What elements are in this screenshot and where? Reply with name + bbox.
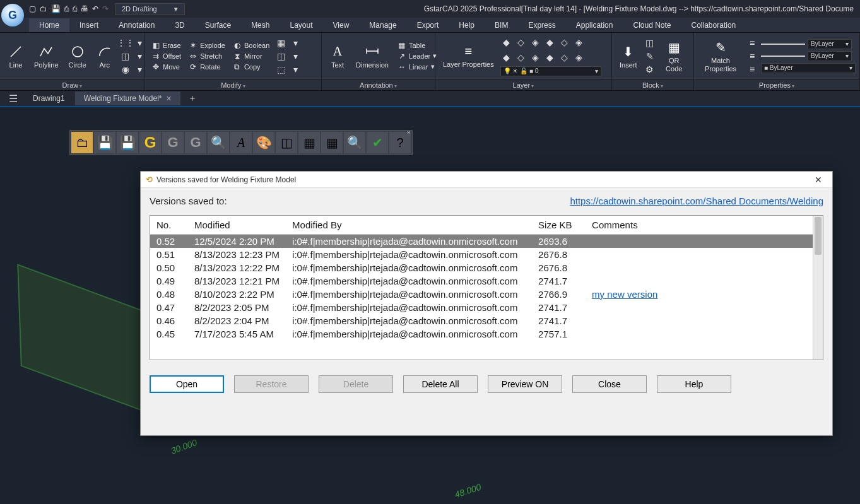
ft-zoom-icon[interactable]: 🔍 (208, 132, 229, 153)
mirror-button[interactable]: ⧗Mirror (230, 51, 272, 61)
menu-cloudnote[interactable]: Cloud Note (623, 18, 681, 32)
menu-3d[interactable]: 3D (165, 18, 194, 32)
mod-ic-1[interactable]: ▦ (274, 37, 287, 49)
version-row[interactable]: 0.468/2/2023 2:04 PMi:0#.f|membership|rt… (150, 314, 823, 327)
menu-layout[interactable]: Layout (280, 18, 322, 32)
menu-mesh[interactable]: Mesh (241, 18, 280, 32)
qat-preview-icon[interactable]: 🖶 (81, 4, 88, 13)
menu-insert[interactable]: Insert (69, 18, 109, 32)
move-button[interactable]: ✥Move (149, 62, 184, 72)
ft-layer-icon[interactable]: ◫ (276, 132, 297, 153)
draw-icon-2[interactable]: ▾ (134, 37, 146, 49)
layer-ic-12[interactable]: ◈ (573, 51, 586, 64)
polyline-button[interactable]: Polyline (30, 42, 62, 70)
tab-welding-fixture[interactable]: Welding Fixture Model*✕ (75, 91, 180, 105)
dialog-titlebar[interactable]: ⟲ Versions saved for Welding Fixture Mod… (141, 172, 832, 188)
mod-ic-5[interactable]: ⬚ (274, 63, 287, 76)
layer-ic-3[interactable]: ◈ (529, 36, 542, 49)
mod-ic-2[interactable]: ▾ (289, 37, 302, 49)
scrollbar-thumb[interactable] (815, 217, 822, 255)
layer-ic-4[interactable]: ◆ (544, 36, 557, 49)
menu-manage[interactable]: Manage (359, 18, 406, 32)
menu-help[interactable]: Help (449, 18, 485, 32)
qat-redo-icon[interactable]: ↷ (102, 4, 109, 13)
col-by[interactable]: Modified By (286, 216, 532, 235)
leader-button[interactable]: ↗Leader▾ (395, 51, 439, 61)
qr-button[interactable]: ▦QR Code (659, 38, 690, 73)
mod-ic-6[interactable]: ▾ (289, 63, 302, 76)
menu-export[interactable]: Export (407, 18, 449, 32)
panel-properties-title[interactable]: Properties (694, 79, 859, 90)
qat-open-icon[interactable]: 🗀 (40, 4, 47, 13)
layer-ic-7[interactable]: ◆ (500, 51, 513, 64)
dialog-close-button[interactable]: ✕ (810, 173, 827, 186)
version-row[interactable]: 0.488/10/2023 2:22 PMi:0#.f|membership|r… (150, 288, 823, 301)
comment-link[interactable]: my new version (592, 289, 657, 300)
offset-button[interactable]: ⇉Offset (149, 51, 184, 61)
erase-button[interactable]: ◧Erase (149, 40, 184, 50)
block-ic-3[interactable]: ⚙ (644, 63, 656, 76)
tab-close-icon[interactable]: ✕ (166, 95, 172, 103)
qat-save-icon[interactable]: 💾 (51, 4, 61, 13)
table-button[interactable]: ▦Table (395, 40, 439, 50)
ft-folder-icon[interactable]: 🗀 (71, 132, 93, 153)
color-selector[interactable]: ByLayer▾ (808, 39, 852, 49)
ft-saveall-icon[interactable]: 💾 (117, 132, 138, 153)
panel-block-title[interactable]: Block (612, 79, 693, 90)
layer-ic-11[interactable]: ◇ (558, 51, 571, 64)
col-no[interactable]: No. (150, 216, 188, 235)
layer-ic-10[interactable]: ◆ (544, 51, 557, 64)
layer-ic-9[interactable]: ◈ (529, 51, 542, 64)
prop-ic-2[interactable]: ≡ (746, 50, 758, 62)
line-button[interactable]: Line (4, 42, 28, 70)
app-logo[interactable]: G (1, 4, 24, 26)
col-comments[interactable]: Comments (586, 216, 823, 235)
ft-text-icon[interactable]: A (230, 132, 252, 153)
version-row[interactable]: 0.457/17/2023 5:45 AMi:0#.f|membership|r… (150, 327, 823, 341)
stretch-button[interactable]: ⇔Stretch (186, 51, 228, 61)
menu-view[interactable]: View (323, 18, 360, 32)
qat-saveas-icon[interactable]: ⎙ (64, 4, 69, 13)
draw-icon-5[interactable]: ◉ (119, 63, 132, 76)
panel-annotation-title[interactable]: Annotation (322, 79, 435, 90)
deleteall-button[interactable]: Delete All (403, 375, 478, 393)
tablist-menu-icon[interactable]: ☰ (4, 90, 23, 107)
ft-save-icon[interactable]: 💾 (94, 132, 115, 153)
menu-home[interactable]: Home (29, 18, 69, 32)
ft-close-icon[interactable]: × (407, 129, 413, 136)
menu-surface[interactable]: Surface (195, 18, 241, 32)
menu-collaboration[interactable]: Collaboration (681, 18, 746, 32)
ft-find-icon[interactable]: 🔍 (344, 132, 365, 153)
ft-g1-icon[interactable]: G (162, 132, 184, 153)
prop-ic-3[interactable]: ≡ (746, 63, 758, 76)
mod-ic-3[interactable]: ◫ (274, 50, 287, 62)
ft-g-yellow-icon[interactable]: G (139, 132, 161, 153)
open-button[interactable]: Open (150, 375, 224, 393)
workspace-selector[interactable]: 2D Drafting ▾ (115, 3, 185, 15)
ft-grid-icon[interactable]: ▦ (298, 132, 320, 153)
layerprops-button[interactable]: ≡Layer Properties (439, 42, 498, 69)
layer-selector[interactable]: 💡 ☀ 🔓 ■ 0▾ (500, 66, 601, 76)
col-modified[interactable]: Modified (188, 216, 286, 235)
tab-drawing1[interactable]: Drawing1 (24, 91, 74, 105)
panel-layer-title[interactable]: Layer (435, 79, 611, 90)
saved-to-url[interactable]: https://cadtowin.sharepoint.com/Shared D… (570, 196, 823, 206)
version-row[interactable]: 0.518/13/2023 12:23 PMi:0#.f|membership|… (150, 248, 823, 261)
menu-annotation[interactable]: Annotation (109, 18, 165, 32)
lineweight-selector[interactable]: ■ ByLayer▾ (761, 63, 856, 73)
insert-button[interactable]: ⬇Insert (616, 42, 641, 70)
qat-plot-icon[interactable]: ⎙ (73, 4, 77, 13)
linear-button[interactable]: ↔Linear▾ (395, 62, 439, 72)
version-row[interactable]: 0.508/13/2023 12:22 PMi:0#.f|membership|… (150, 261, 823, 274)
close-button[interactable]: Close (572, 375, 647, 393)
ft-palette-icon[interactable]: 🎨 (253, 132, 274, 153)
linetype-selector[interactable]: ByLayer▾ (808, 51, 852, 61)
layer-ic-6[interactable]: ◈ (573, 36, 586, 49)
add-tab-button[interactable]: ＋ (182, 90, 203, 107)
preview-button[interactable]: Preview ON (488, 375, 562, 393)
draw-icon-1[interactable]: ⋮⋮ (119, 37, 132, 49)
draw-icon-6[interactable]: ▾ (134, 63, 146, 76)
menu-bim[interactable]: BIM (485, 18, 518, 32)
dimension-button[interactable]: Dimension (352, 42, 392, 70)
mod-ic-4[interactable]: ▾ (289, 50, 302, 62)
